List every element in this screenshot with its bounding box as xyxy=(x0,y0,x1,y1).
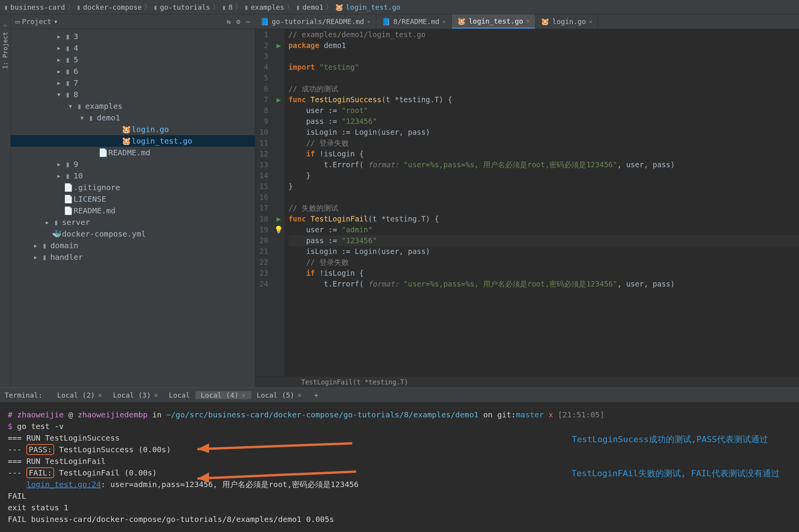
chevron-right-icon: 〉 xyxy=(326,2,333,12)
folder-icon: ▮ xyxy=(63,78,72,88)
terminal-content[interactable]: # zhaoweijie @ zhaoweijiedembp in ~/go/s… xyxy=(0,402,799,532)
folder-icon: ▮ xyxy=(4,3,8,11)
md-file-icon: 📘 xyxy=(382,17,390,26)
mdfile-icon: 📄 xyxy=(98,148,107,157)
tab-label: login_test.go xyxy=(469,17,523,25)
breadcrumb-file[interactable]: 🐹login_test.go xyxy=(335,3,400,11)
tree-item-label: handler xyxy=(50,252,83,262)
collapse-icon[interactable]: ⇆ xyxy=(226,17,231,26)
annotation-text: TestLoginFAil失败的测试, FAIL代表测试没有通过 xyxy=(571,468,780,479)
tree-item[interactable]: ▼▮examples xyxy=(11,100,255,112)
close-icon[interactable]: × xyxy=(98,391,102,399)
tree-item[interactable]: 🐹login_test.go xyxy=(11,135,255,147)
terminal-tab[interactable]: Local (2)× xyxy=(52,391,108,399)
tab-label: go-tutorials/README.md xyxy=(272,17,364,26)
tree-item[interactable]: 🐳docker-compose.yml xyxy=(11,228,255,240)
tree-item[interactable]: 📄README.md xyxy=(11,205,255,216)
editor-tab[interactable]: 🐹login.go× xyxy=(535,14,598,29)
tree-item-label: examples xyxy=(85,101,122,111)
tree-item[interactable]: ▶▮3 xyxy=(11,31,255,42)
tree-item[interactable]: ▼▮demo1 xyxy=(11,112,255,124)
tree-item[interactable]: 📄LICENSE xyxy=(11,193,255,205)
annotation-arrow xyxy=(190,434,356,453)
run-icon[interactable]: ▶ xyxy=(276,95,281,104)
folder-icon: ▮ xyxy=(63,55,72,64)
tree-item-label: server xyxy=(62,218,90,227)
breadcrumb-item[interactable]: ▮business-card xyxy=(4,3,65,11)
breadcrumb-item[interactable]: ▮go-tutorials xyxy=(153,3,210,11)
editor-tab[interactable]: 📘go-tutorials/README.md× xyxy=(255,14,376,29)
tree-item-label: 8 xyxy=(74,90,78,99)
editor-breadcrumb[interactable]: TestLoginFail(t *testing.T) xyxy=(255,376,799,388)
editor-tab[interactable]: 🐹login_test.go× xyxy=(452,14,535,29)
run-icon[interactable]: ▶ xyxy=(276,41,281,50)
close-icon[interactable]: × xyxy=(297,391,302,399)
minimize-icon[interactable]: — xyxy=(246,17,250,26)
tree-item[interactable]: ▶▮10 xyxy=(11,170,255,182)
tree-item-label: 4 xyxy=(74,43,78,53)
tree-item[interactable]: 📄README.md xyxy=(11,147,255,158)
close-icon[interactable]: × xyxy=(442,19,446,25)
error-link[interactable]: login_test.go:24 xyxy=(26,480,101,489)
tree-item[interactable]: ▼▮8 xyxy=(11,89,255,100)
terminal-title: Terminal: xyxy=(5,391,43,399)
tree-item[interactable]: ▶▮server xyxy=(11,216,255,228)
folder-icon: ▮ xyxy=(63,43,72,53)
folder-icon: ▮ xyxy=(52,218,60,227)
tree-item-label: 7 xyxy=(74,78,78,88)
tree-item[interactable]: ▶▮4 xyxy=(11,42,255,54)
terminal-tab[interactable]: Local xyxy=(163,391,195,399)
project-tab-label[interactable]: 1: Project xyxy=(2,32,9,69)
file-icon: 📄 xyxy=(63,183,72,192)
close-icon[interactable]: × xyxy=(526,18,529,24)
run-icon[interactable]: ▶ xyxy=(276,215,281,223)
go-file-icon: 🐹 xyxy=(335,3,343,11)
tree-item[interactable]: ▶▮7 xyxy=(11,77,255,89)
code-content[interactable]: // examples/demo1/login_test.gopackage d… xyxy=(285,29,799,376)
editor-tab[interactable]: 📘8/README.md× xyxy=(376,14,452,29)
breadcrumb-item[interactable]: ▮demo1 xyxy=(296,3,323,11)
close-icon[interactable]: × xyxy=(589,19,592,25)
tree-item[interactable]: ▶▮6 xyxy=(11,65,255,77)
tree-item-label: 10 xyxy=(74,171,83,180)
close-icon[interactable]: × xyxy=(154,391,158,399)
chevron-right-icon: 〉 xyxy=(67,2,74,12)
folder-icon: ▮ xyxy=(63,90,72,99)
project-title[interactable]: ▭ Project ▾ xyxy=(15,17,223,26)
bulb-icon[interactable]: 💡 xyxy=(274,225,283,234)
tree-item[interactable]: ▶▮5 xyxy=(11,54,255,65)
tree-item[interactable]: 🐹login.go xyxy=(11,124,255,135)
tree-item[interactable]: ▶▮9 xyxy=(11,158,255,170)
terminal-tab[interactable]: Local (3)× xyxy=(108,391,163,399)
terminal-tab[interactable]: Local (5)× xyxy=(251,391,307,399)
breadcrumb-item[interactable]: ▮docker-compose xyxy=(77,3,142,11)
breadcrumb-item[interactable]: ▮8 xyxy=(222,3,233,11)
tree-item-label: README.md xyxy=(108,148,150,157)
tree-item-label: demo1 xyxy=(97,113,120,122)
folder-icon: ▮ xyxy=(40,252,49,262)
gear-icon[interactable]: ⚙ xyxy=(236,17,240,26)
breadcrumb-item[interactable]: ▮examples xyxy=(244,3,285,11)
close-icon[interactable]: × xyxy=(367,19,370,25)
left-tool-tabs[interactable]: ▭ 1: Project xyxy=(0,14,11,388)
tab-label: Local (5) xyxy=(257,391,295,399)
tree-item[interactable]: ▶▮domain xyxy=(11,240,255,251)
tree-item-label: login_test.go xyxy=(132,136,192,146)
line-gutter: 123456789101112131415161718192021222324 xyxy=(255,29,273,376)
annotation-arrow xyxy=(190,460,360,483)
editor-tabs: 📘go-tutorials/README.md×📘8/README.md×🐹lo… xyxy=(255,14,799,29)
folder-icon: ▮ xyxy=(63,171,72,180)
chevron-right-icon: 〉 xyxy=(286,2,293,12)
tab-label: Local (3) xyxy=(113,391,151,399)
tree-item[interactable]: ▶▮handler xyxy=(11,251,255,263)
tree-item-label: login.go xyxy=(132,125,169,134)
tree-item-label: docker-compose.yml xyxy=(62,229,146,239)
add-tab-icon[interactable]: + xyxy=(314,391,318,399)
project-tree[interactable]: ▶▮3▶▮4▶▮5▶▮6▶▮7▼▮8▼▮examples▼▮demo1🐹logi… xyxy=(11,29,255,388)
pass-badge: PASS: xyxy=(26,444,54,455)
terminal-tab[interactable]: Local (4)× xyxy=(195,391,251,399)
code-editor[interactable]: 123456789101112131415161718192021222324 … xyxy=(255,29,799,376)
close-icon[interactable]: × xyxy=(242,391,246,399)
tree-item[interactable]: 📄.gitignore xyxy=(11,182,255,193)
gutter-marks[interactable]: ▶▶▶💡 xyxy=(273,29,285,376)
